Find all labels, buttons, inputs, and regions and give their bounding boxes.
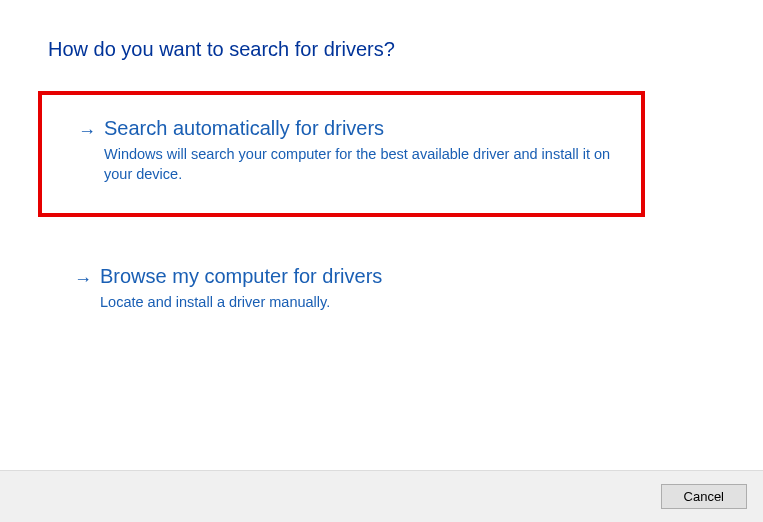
option-search-automatically[interactable]: → Search automatically for drivers Windo… <box>38 91 645 217</box>
arrow-right-icon: → <box>74 269 92 290</box>
option-row: → Browse my computer for drivers Locate … <box>74 265 695 312</box>
option-body: Browse my computer for drivers Locate an… <box>100 265 695 312</box>
dialog-content: How do you want to search for drivers? →… <box>0 0 763 332</box>
option-body: Search automatically for drivers Windows… <box>104 117 621 185</box>
option-row: → Search automatically for drivers Windo… <box>78 117 621 185</box>
option-description: Locate and install a driver manually. <box>100 292 695 312</box>
option-title: Browse my computer for drivers <box>100 265 695 288</box>
arrow-right-icon: → <box>78 121 96 142</box>
option-browse-computer[interactable]: → Browse my computer for drivers Locate … <box>48 247 715 332</box>
option-description: Windows will search your computer for th… <box>104 144 621 185</box>
cancel-button[interactable]: Cancel <box>661 484 747 509</box>
page-title: How do you want to search for drivers? <box>48 38 715 61</box>
option-title: Search automatically for drivers <box>104 117 621 140</box>
dialog-footer: Cancel <box>0 470 763 522</box>
